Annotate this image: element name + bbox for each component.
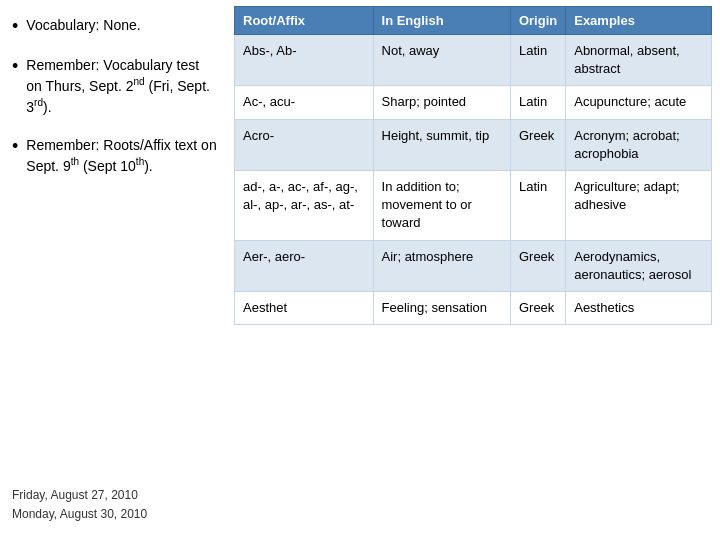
table-row: Aer-, aero-Air; atmosphereGreekAerodynam… <box>235 240 712 291</box>
bullet-dot-2: • <box>12 56 18 78</box>
table-row: Abs-, Ab-Not, awayLatinAbnormal, absent,… <box>235 35 712 86</box>
cell-origin-2: Greek <box>510 119 565 170</box>
cell-english-4: Air; atmosphere <box>373 240 510 291</box>
col-header-english: In English <box>373 7 510 35</box>
cell-examples-4: Aerodynamics, aeronautics; aerosol <box>566 240 712 291</box>
cell-english-0: Not, away <box>373 35 510 86</box>
cell-examples-2: Acronym; acrobat; acrophobia <box>566 119 712 170</box>
cell-origin-4: Greek <box>510 240 565 291</box>
table-row: Ac-, acu-Sharp; pointedLatinAcupuncture;… <box>235 86 712 119</box>
cell-origin-3: Latin <box>510 170 565 240</box>
left-panel: • Vocabulary: None. • Remember: Vocabula… <box>0 0 230 540</box>
table-row: ad-, a-, ac-, af-, ag-, al-, ap-, ar-, a… <box>235 170 712 240</box>
cell-examples-3: Agriculture; adapt; adhesive <box>566 170 712 240</box>
cell-examples-5: Aesthetics <box>566 291 712 324</box>
table-header-row: Root/Affix In English Origin Examples <box>235 7 712 35</box>
cell-english-2: Height, summit, tip <box>373 119 510 170</box>
col-header-origin: Origin <box>510 7 565 35</box>
cell-root-4: Aer-, aero- <box>235 240 374 291</box>
bullet-dot-1: • <box>12 16 18 38</box>
bullet-text-remember-vocab: Remember: Vocabulary test on Thurs, Sept… <box>26 56 218 118</box>
date-2: Monday, August 30, 2010 <box>12 505 218 524</box>
table-row: AesthetFeeling; sensationGreekAesthetics <box>235 291 712 324</box>
bullet-text-remember-roots: Remember: Roots/Affix text on Sept. 9th … <box>26 136 218 177</box>
vocab-table: Root/Affix In English Origin Examples Ab… <box>234 6 712 325</box>
bullet-item-vocab: • Vocabulary: None. <box>12 16 218 38</box>
cell-english-5: Feeling; sensation <box>373 291 510 324</box>
bullet-dot-3: • <box>12 136 18 158</box>
col-header-root: Root/Affix <box>235 7 374 35</box>
cell-root-1: Ac-, acu- <box>235 86 374 119</box>
right-panel: Root/Affix In English Origin Examples Ab… <box>230 0 720 540</box>
cell-english-3: In addition to; movement to or toward <box>373 170 510 240</box>
date-1: Friday, August 27, 2010 <box>12 486 218 505</box>
cell-origin-5: Greek <box>510 291 565 324</box>
cell-root-2: Acro- <box>235 119 374 170</box>
cell-examples-1: Acupuncture; acute <box>566 86 712 119</box>
table-row: Acro-Height, summit, tipGreekAcronym; ac… <box>235 119 712 170</box>
cell-root-5: Aesthet <box>235 291 374 324</box>
cell-origin-1: Latin <box>510 86 565 119</box>
bullet-list: • Vocabulary: None. • Remember: Vocabula… <box>12 16 218 177</box>
bullet-text-vocab: Vocabulary: None. <box>26 16 140 36</box>
col-header-examples: Examples <box>566 7 712 35</box>
cell-english-1: Sharp; pointed <box>373 86 510 119</box>
cell-root-3: ad-, a-, ac-, af-, ag-, al-, ap-, ar-, a… <box>235 170 374 240</box>
bullet-item-remember-vocab: • Remember: Vocabulary test on Thurs, Se… <box>12 56 218 118</box>
cell-origin-0: Latin <box>510 35 565 86</box>
dates-section: Friday, August 27, 2010 Monday, August 3… <box>12 486 218 524</box>
cell-root-0: Abs-, Ab- <box>235 35 374 86</box>
cell-examples-0: Abnormal, absent, abstract <box>566 35 712 86</box>
bullet-item-remember-roots: • Remember: Roots/Affix text on Sept. 9t… <box>12 136 218 177</box>
